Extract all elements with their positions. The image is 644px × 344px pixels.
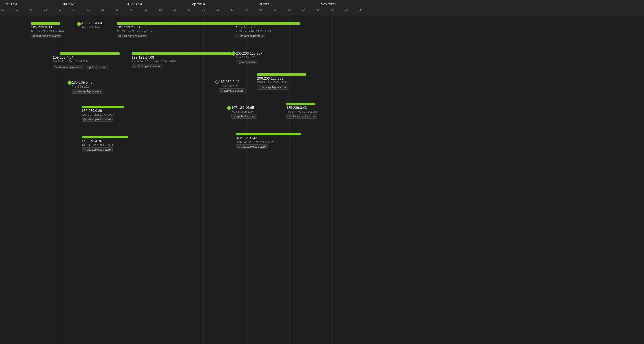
info-159-253-4-64-row2: 159.253.4.64 Sat 29 Jun - Sun 14 Jul 202… (53, 55, 108, 69)
info-185-239-0-39-row4: 185.239.0.39 Wed 10 - Mon 22 Jul 2024 ul… (82, 109, 114, 122)
domain-badge[interactable]: ulta.appleplus.store (257, 85, 288, 90)
tick-24b: 24 (359, 8, 363, 11)
bar-185-239-0-42-row5 (236, 133, 301, 135)
date-label: Sun 22 Sep 2024 (236, 56, 262, 59)
domain-badge[interactable]: ulta.appleplus.store (82, 147, 113, 152)
bar-206-206-125-237-row3 (257, 73, 306, 76)
diamond-green-icon (67, 80, 72, 85)
ip-label: 159.253.4.64 (82, 21, 102, 25)
domain-badge[interactable]: appleplus.shop (231, 114, 257, 119)
tick-09: 09 (15, 8, 18, 11)
info-159-253-4-64: 159.253.4.64 Tue 9 Jul 2024 (82, 21, 102, 29)
ip-label: 185.239.0.39 (31, 25, 64, 29)
tick-21: 21 (101, 8, 104, 11)
diamond-green-icon (77, 21, 82, 26)
info-159-253-4-70: 159.253.4.70 Thu 11 - Mon 29 Jul 2024 ul… (82, 139, 113, 152)
tick-04: 04 (130, 8, 133, 11)
domain-badge[interactable]: ulta.appleplus.store (132, 64, 163, 68)
tick-07: 07 (73, 8, 76, 11)
info-206-206-125-237: 206.206.125.237 Sun 22 Sep 2024 appleplu… (236, 51, 262, 64)
date-label: Sat 29 Jun - Sun 14 Jul 2024 (53, 60, 108, 63)
tick-line (275, 14, 275, 344)
domain-badge-2[interactable]: appleplus.shop (86, 65, 108, 69)
domain-badge[interactable]: ulta.appleplus.store (117, 34, 148, 38)
diamond-icon (55, 66, 57, 68)
tick-30: 30 (58, 8, 61, 11)
month-aug-2024: Aug 2024 (127, 2, 142, 6)
tick-line (232, 14, 232, 344)
date-label: Tue 9 Jul 2024 (82, 26, 102, 29)
bar-185-239-0-43-row4 (286, 103, 315, 105)
tick-20: 20 (288, 8, 291, 11)
tick-27: 27 (302, 8, 305, 11)
ip-label: 185.239.0.42 (219, 80, 245, 84)
ip-label: 185.239.0.43 (286, 106, 319, 110)
tick-13: 13 (273, 8, 276, 11)
date-label: Wed 18 Sep 2024 (231, 110, 257, 113)
info-84-32-186-252: 84.32.186.252 Sun 22 Sep - Thu 24 Oct 20… (234, 25, 271, 38)
domain-badge[interactable]: ulta.appleplus.store (236, 144, 268, 149)
date-label: Thu 4 Jul 2024 (72, 85, 103, 88)
tick-23: 23 (44, 8, 47, 11)
ip-label: 159.253.4.70 (82, 139, 113, 143)
diamond-icon (288, 115, 291, 118)
month-nov-2024: Nov 2024 (321, 2, 336, 6)
diamond-icon (33, 35, 35, 37)
diamond-outline-icon (215, 80, 219, 84)
date-label: Fri 13 Sep 2024 (219, 84, 245, 87)
ip-label: 185.239.0.39 (82, 109, 114, 113)
tick-03: 03 (316, 8, 319, 11)
ip-label: 192.121.17.63 (132, 55, 176, 59)
bar-84-32-186-252 (234, 22, 300, 25)
date-label: Sat 27 Jul - Sat 21 Sep 2024 (117, 30, 153, 33)
tick-line (203, 14, 204, 344)
info-185-239-0-39-jun: 185.239.0.39 Mon 17 - Sun 23 Jun 2024 ul… (31, 25, 64, 38)
timeline-container: Jun 2024 Jul 2024 Aug 2024 Sep 2024 Oct … (0, 0, 644, 344)
domain-badge[interactable]: appleplus.sbs (236, 60, 257, 64)
tick-10b: 10 (331, 8, 334, 11)
tick-line (17, 14, 17, 344)
diamond-icon (238, 145, 241, 148)
domain-badge[interactable]: ulta.appleplus.store (82, 117, 113, 122)
info-192-121-17-63: 192.121.17.63 Sun 4 Aug 2024 - Wed 18 Se… (132, 55, 176, 68)
ip-label: 185.239.2.170 (117, 25, 153, 29)
tick-line (46, 14, 46, 344)
domain-badge[interactable]: appleplus.shop (219, 88, 245, 93)
ip-label: 107.189.16.65 (231, 106, 257, 110)
bar-192-121-17-63 (132, 52, 232, 55)
date-label: Mon 23 Sep - Thu 24 Oct 2024 (236, 140, 274, 143)
month-oct-2024: Oct 2024 (257, 2, 271, 6)
domain-badge[interactable]: ulta.appleplus.store (31, 34, 62, 38)
month-jun-2024: Jun 2024 (3, 2, 17, 6)
diamond-icon (74, 90, 76, 93)
tick-line (189, 14, 189, 344)
domain-badge[interactable]: ulta.appleplus.store (72, 89, 103, 94)
tick-line (347, 14, 347, 344)
tick-line (332, 14, 333, 344)
tick-line (304, 14, 304, 344)
tick-14: 14 (87, 8, 90, 11)
date-label: Mon 17 - Sun 23 Jun 2024 (31, 30, 64, 33)
tick-line (289, 14, 290, 344)
ip-label: 206.206.125.237 (236, 51, 262, 55)
ip-label: 185.239.0.43 (72, 80, 103, 84)
info-185-239-0-42-row3: 185.239.0.42 Fri 13 Sep 2024 appleplus.s… (219, 80, 245, 93)
domain-badge[interactable]: ulta.appleplus.store (234, 34, 265, 38)
diamond-icon (133, 65, 136, 67)
tick-18a: 18 (159, 8, 162, 11)
diamond-icon (83, 148, 86, 151)
ip-label: 206.206.125.237 (257, 76, 288, 80)
diamond-icon (233, 115, 236, 118)
month-sep-2024: Sep 2024 (190, 2, 205, 6)
domain-badge[interactable]: ulta.appleplus.store (53, 65, 84, 69)
tick-17b: 17 (345, 8, 348, 11)
ip-label: 185.239.0.42 (236, 136, 274, 140)
date-label: Thu 11 - Mon 29 Jul 2024 (82, 143, 113, 146)
domain-badge[interactable]: ulta.appleplus.store (286, 114, 317, 119)
info-185-239-2-170: 185.239.2.170 Sat 27 Jul - Sat 21 Sep 20… (117, 25, 153, 38)
tick-01: 01 (187, 8, 190, 11)
tick-line (318, 14, 318, 344)
tick-29: 29 (245, 8, 248, 11)
axis-header: Jun 2024 Jul 2024 Aug 2024 Sep 2024 Oct … (0, 0, 644, 15)
tick-22: 22 (230, 8, 233, 11)
